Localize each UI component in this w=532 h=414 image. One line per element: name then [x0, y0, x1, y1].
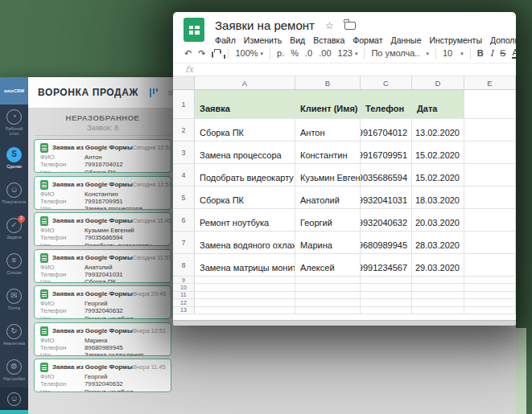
cell[interactable]: 89680989945	[361, 232, 412, 253]
cell[interactable]: Сборка ПК	[195, 187, 295, 208]
row-header[interactable]: 9	[173, 277, 195, 283]
cell[interactable]	[464, 292, 516, 298]
cell[interactable]	[464, 307, 516, 314]
print-icon[interactable]	[212, 51, 213, 58]
sidebar-item-lists[interactable]: ≡ Списки	[0, 246, 28, 281]
cell[interactable]: 13.02.2020	[412, 119, 464, 141]
sidebar-item-buyers[interactable]: ☺ Покупатели	[0, 175, 28, 211]
cell[interactable]	[412, 284, 464, 290]
column-header[interactable]: B	[295, 76, 361, 89]
cell[interactable]: 20.03.2020	[412, 209, 464, 231]
cell[interactable]: 79916709951	[361, 141, 412, 163]
font-size-select[interactable]: 10▾	[443, 49, 464, 58]
number-format-select[interactable]: 123▾	[338, 49, 358, 58]
cell[interactable]	[361, 284, 412, 290]
cell[interactable]	[361, 299, 412, 305]
row-header[interactable]: 13	[173, 307, 195, 314]
deal-card[interactable]: Заявка из Google Формы Сегодня 11:45 ФИО…	[34, 212, 171, 246]
cell[interactable]	[295, 299, 361, 305]
cell[interactable]	[295, 292, 361, 298]
cell[interactable]	[464, 141, 516, 163]
cell[interactable]: Антон	[295, 119, 361, 141]
row-header[interactable]: 7	[173, 232, 195, 253]
row-header[interactable]: 12	[173, 299, 195, 305]
cell[interactable]: Телефон	[361, 90, 412, 118]
sidebar-item-settings[interactable]: ⚙ Настройки	[0, 352, 28, 387]
select-all-corner[interactable]	[173, 76, 195, 89]
menu-data[interactable]: Данные	[391, 35, 422, 45]
cell[interactable]	[195, 307, 295, 314]
cell[interactable]: 89991234567	[361, 254, 412, 276]
undo-icon[interactable]: ↶	[184, 49, 192, 58]
cell[interactable]	[361, 307, 412, 314]
menu-format[interactable]: Формат	[353, 35, 382, 45]
star-icon[interactable]: ☆	[325, 21, 334, 31]
strikethrough-button[interactable]: S	[500, 49, 505, 58]
cell[interactable]: Кузьмин Евгений	[295, 164, 361, 186]
row-header[interactable]: 6	[173, 209, 195, 231]
cell[interactable]	[295, 277, 361, 283]
cell[interactable]	[412, 307, 464, 314]
sidebar-item-mail[interactable]: ✉ Почта	[0, 281, 28, 317]
cell[interactable]: 79035686594	[361, 164, 412, 186]
menu-file[interactable]: Файл	[215, 35, 236, 45]
increase-decimals-button[interactable]: .00	[319, 49, 331, 58]
deal-card[interactable]: Заявка из Google Формы Сегодня 12:53 ФИО…	[34, 139, 171, 173]
cell[interactable]: Дата	[412, 90, 464, 118]
paint-format-icon[interactable]	[220, 50, 221, 54]
horizontal-scrollbar[interactable]	[173, 320, 516, 326]
cell[interactable]	[464, 284, 516, 290]
cell[interactable]	[464, 90, 516, 118]
cell[interactable]: Замена водяного охлаждения	[195, 232, 295, 253]
redo-icon[interactable]: ↷	[198, 49, 205, 58]
cell[interactable]	[464, 299, 516, 305]
cell[interactable]	[464, 277, 516, 283]
column-header[interactable]: A	[195, 76, 295, 89]
row-header[interactable]: 3	[173, 141, 195, 163]
cell[interactable]: 29.03.2020	[412, 254, 464, 276]
cell[interactable]: Анатолий	[295, 187, 361, 208]
cell[interactable]: 18.03.2020	[412, 187, 464, 208]
cell[interactable]	[295, 284, 361, 290]
cell[interactable]: Подобрать видеокарту	[195, 164, 295, 186]
amocrm-logo[interactable]: amoCRM	[0, 77, 28, 105]
row-header[interactable]: 4	[173, 164, 195, 186]
cell[interactable]: Марина	[295, 232, 361, 253]
formula-bar[interactable]: fx	[173, 64, 516, 76]
cell[interactable]	[464, 254, 516, 276]
cell[interactable]: Заявка	[195, 90, 295, 118]
cell[interactable]: 79932040632	[361, 209, 412, 231]
percent-format-button[interactable]: %	[291, 49, 299, 58]
cell[interactable]	[361, 277, 412, 283]
menu-edit[interactable]: Изменить	[244, 35, 282, 45]
cell[interactable]	[464, 164, 516, 186]
move-to-folder-icon[interactable]	[344, 22, 356, 30]
column-header[interactable]: E	[464, 76, 516, 89]
row-header[interactable]: 2	[173, 119, 195, 141]
cell[interactable]	[464, 187, 516, 208]
cell[interactable]	[464, 232, 516, 253]
deal-card[interactable]: Заявка из Google Формы Вчера 12:51 ФИОМа…	[34, 322, 171, 356]
cell[interactable]	[195, 284, 295, 290]
cell[interactable]: Алексей	[295, 254, 361, 276]
cell[interactable]	[361, 292, 412, 298]
cell[interactable]: 15.02.2020	[412, 164, 464, 186]
pipeline-view-icon[interactable]	[150, 88, 159, 97]
menu-view[interactable]: Вид	[290, 35, 305, 45]
currency-format-button[interactable]: р.	[277, 49, 284, 58]
font-select[interactable]: По умолча..▾	[371, 49, 429, 58]
deal-card[interactable]: Заявка из Google Формы Вчера 11:45 ФИОГе…	[34, 359, 171, 392]
zoom-select[interactable]: 100%▾	[235, 49, 263, 58]
row-header[interactable]: 8	[173, 254, 195, 276]
italic-button[interactable]: I	[490, 49, 493, 58]
document-title[interactable]: Заявки на ремонт	[215, 18, 315, 32]
deal-card[interactable]: Заявка из Google Формы Сегодня 11:57 ФИО…	[34, 249, 171, 283]
cell[interactable]: Сборка ПК	[195, 119, 295, 141]
menu-tools[interactable]: Инструменты	[429, 35, 481, 45]
sidebar-item-tasks[interactable]: ✓ 2 Задачи	[0, 211, 28, 246]
row-header[interactable]: 1	[173, 90, 195, 118]
support-chat-button[interactable]: ☺	[0, 387, 28, 410]
cell[interactable]: Клиент (Имя)	[295, 90, 361, 118]
row-header[interactable]: 10	[173, 284, 195, 290]
column-header[interactable]: C	[361, 76, 412, 89]
